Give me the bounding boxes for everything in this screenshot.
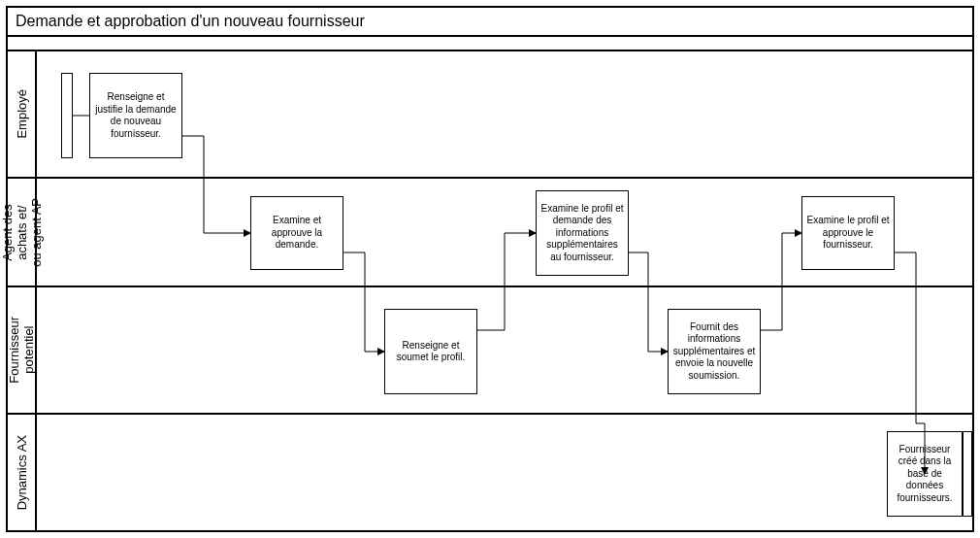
step-agent-approuve-fournisseur: Examine le profil et approuve le fournis… (801, 196, 895, 270)
step-text: Renseigne et soumet le profil. (389, 340, 473, 364)
step-text: Examine et approuve la demande. (255, 215, 339, 252)
lane-label-text: Fournisseur potentiel (7, 317, 36, 384)
step-text: Fournisseur créé dans la base de données… (892, 444, 958, 505)
start-bar (61, 73, 73, 158)
step-text: Examine le profil et demande des informa… (540, 203, 624, 264)
step-text: Fournit des informations supplémentaires… (672, 321, 756, 383)
step-employe-renseigne: Renseigne et justifie la demande de nouv… (89, 73, 182, 158)
lane-label-fournisseur: Fournisseur potentiel (6, 287, 37, 415)
lane-label-text: Dynamics AX (15, 435, 29, 510)
step-agent-examine-profil: Examine le profil et demande des informa… (536, 190, 629, 276)
step-fournisseur-info-supp: Fournit des informations supplémentaires… (668, 309, 761, 394)
title-subband (6, 37, 974, 51)
step-text: Renseigne et justifie la demande de nouv… (94, 91, 178, 140)
lane-label-text: Employé (15, 89, 29, 139)
step-fournisseur-renseigne-profil: Renseigne et soumet le profil. (384, 309, 477, 394)
lane-body-fournisseur (37, 287, 974, 415)
lane-body-dynamics (37, 415, 974, 532)
step-agent-examine-demande: Examine et approuve la demande. (250, 196, 343, 270)
diagram-title-text: Demande et approbation d'un nouveau four… (16, 13, 365, 30)
diagram-title: Demande et approbation d'un nouveau four… (6, 6, 974, 37)
lane-label-employe: Employé (6, 51, 37, 179)
lane-label-agent: Agent des achats et/ ou agent AP (6, 179, 37, 287)
step-dynamics-cree: Fournisseur créé dans la base de données… (887, 431, 963, 517)
swimlane-diagram: Demande et approbation d'un nouveau four… (0, 0, 980, 538)
end-bar (963, 431, 972, 517)
step-text: Examine le profil et approuve le fournis… (806, 215, 890, 252)
lane-label-dynamics: Dynamics AX (6, 415, 37, 532)
